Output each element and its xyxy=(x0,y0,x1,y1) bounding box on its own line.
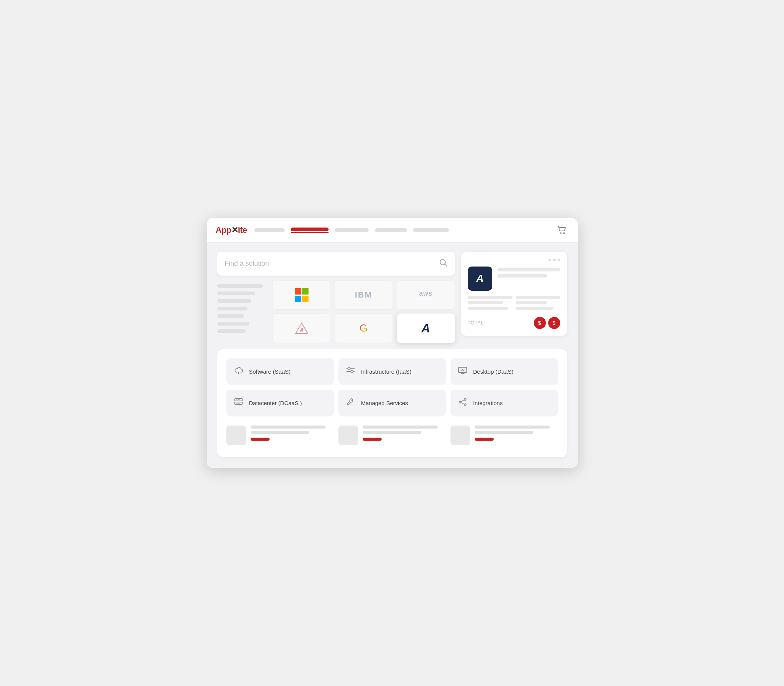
vendor-ibm[interactable]: IBM xyxy=(335,280,393,310)
iaas-label: Infrastructure (IaaS) xyxy=(361,368,412,375)
saas-label: Software (SaaS) xyxy=(249,368,291,375)
product-info-3 xyxy=(475,426,558,441)
dot-2 xyxy=(553,258,556,261)
product-line-1b xyxy=(251,431,309,434)
cart-item-title-lines xyxy=(497,266,560,278)
nav-item-1[interactable] xyxy=(255,228,285,232)
cart-product-logo: A xyxy=(468,266,492,291)
svg-point-8 xyxy=(351,370,353,372)
nav-item-5[interactable] xyxy=(413,228,449,232)
ms-sq-yellow xyxy=(302,296,309,302)
vendor-aws[interactable]: aws ————— xyxy=(397,280,455,310)
product-badge-3 xyxy=(475,438,494,441)
logo-text: App✕ite xyxy=(216,225,247,235)
nav-item-2-active[interactable] xyxy=(291,227,328,231)
cdl-2 xyxy=(468,301,503,304)
product-line-2a xyxy=(363,426,438,429)
category-section: Software (SaaS) Infrastructure (IaaS) xyxy=(217,349,567,457)
product-info-2 xyxy=(363,426,446,441)
cart-button[interactable] xyxy=(555,223,568,237)
left-column: Find a solution xyxy=(217,252,455,343)
cart-total-row: TOTAL $ $ xyxy=(468,315,560,329)
top-section: Find a solution xyxy=(217,252,567,343)
svg-point-16 xyxy=(351,400,352,400)
svg-point-18 xyxy=(464,404,466,406)
dcaas-label: Datacenter (DCaaS ) xyxy=(249,400,302,406)
google-logo-text: G xyxy=(359,322,368,334)
category-managed[interactable]: Managed Services xyxy=(338,390,446,416)
cart-logo-a-text: A xyxy=(476,273,483,285)
total-label: TOTAL xyxy=(468,320,484,326)
dot-3 xyxy=(558,258,560,261)
logo-x-icon: ✕ xyxy=(231,225,238,235)
browser-frame: App✕ite xyxy=(207,218,578,468)
ms-sq-red xyxy=(295,288,301,294)
server-icon xyxy=(233,398,244,408)
vendor-microsoft[interactable] xyxy=(273,280,331,310)
logo[interactable]: App✕ite xyxy=(216,225,247,235)
cart-options[interactable] xyxy=(468,258,560,261)
wrench-icon xyxy=(345,398,356,408)
category-dcaas[interactable]: Datacenter (DCaaS ) xyxy=(226,390,334,416)
product-thumb-3 xyxy=(451,426,470,445)
category-saas[interactable]: Software (SaaS) xyxy=(226,358,334,385)
vendor-grid: IBM aws ————— xyxy=(273,280,455,343)
svg-point-1 xyxy=(563,233,564,234)
search-placeholder: Find a solution xyxy=(225,260,269,268)
managed-label: Managed Services xyxy=(361,400,408,406)
vendor-acronis[interactable]: A xyxy=(397,314,455,343)
vendor-adobe[interactable]: A xyxy=(273,314,331,343)
integrations-label: Integrations xyxy=(473,400,503,406)
search-icon xyxy=(439,258,448,269)
sidebar-line-5 xyxy=(217,314,244,318)
product-info-1 xyxy=(251,426,334,441)
product-item-1[interactable] xyxy=(226,423,334,448)
nav-bar: App✕ite xyxy=(207,218,578,243)
product-badge-1 xyxy=(251,438,270,441)
sidebar-line-2 xyxy=(217,292,255,295)
nav-items xyxy=(255,227,547,233)
svg-point-0 xyxy=(560,233,561,234)
aws-logo: aws ————— xyxy=(415,290,436,301)
svg-point-19 xyxy=(459,401,461,403)
sidebar-skeleton xyxy=(217,280,266,343)
cdl-3 xyxy=(516,296,560,299)
svg-point-17 xyxy=(464,399,466,400)
desktop-icon xyxy=(457,366,468,377)
category-integrations[interactable]: Integrations xyxy=(451,390,558,416)
sidebar-line-3 xyxy=(217,299,252,303)
svg-point-12 xyxy=(236,399,237,400)
cart-item-header: A xyxy=(468,266,560,291)
aws-arrow-icon: ————— xyxy=(415,296,436,301)
product-list xyxy=(226,423,558,448)
sidebar-line-1 xyxy=(217,284,263,288)
svg-point-13 xyxy=(236,403,237,403)
category-iaas[interactable]: Infrastructure (IaaS) xyxy=(338,358,446,385)
product-line-2b xyxy=(363,431,421,434)
category-daas[interactable]: Desktop (DaaS) xyxy=(451,358,558,385)
dollar-sign-1: $ xyxy=(538,320,541,326)
svg-point-7 xyxy=(348,368,350,370)
ms-sq-green xyxy=(302,288,309,294)
product-thumb-1 xyxy=(226,426,246,445)
dot-1 xyxy=(549,258,551,261)
vendor-google[interactable]: G xyxy=(335,314,393,343)
dollar-sign-2: $ xyxy=(553,320,556,326)
total-badges: $ $ xyxy=(534,317,560,329)
product-item-2[interactable] xyxy=(338,423,446,448)
search-bar[interactable]: Find a solution xyxy=(217,252,455,276)
sidebar-line-4 xyxy=(217,307,248,310)
cdl-5 xyxy=(468,307,508,310)
cart-desc-row-2 xyxy=(468,307,560,310)
share-icon xyxy=(457,398,468,408)
cloud-icon xyxy=(233,367,244,376)
cart-card: A xyxy=(461,252,567,336)
nav-item-4[interactable] xyxy=(375,228,407,232)
product-thumb-2 xyxy=(338,426,358,445)
product-item-3[interactable] xyxy=(451,423,558,448)
product-line-3b xyxy=(475,431,533,434)
nav-item-3[interactable] xyxy=(335,228,369,232)
cart-title-line-1 xyxy=(497,268,560,271)
ms-sq-blue xyxy=(295,296,301,302)
product-line-3a xyxy=(475,426,550,429)
